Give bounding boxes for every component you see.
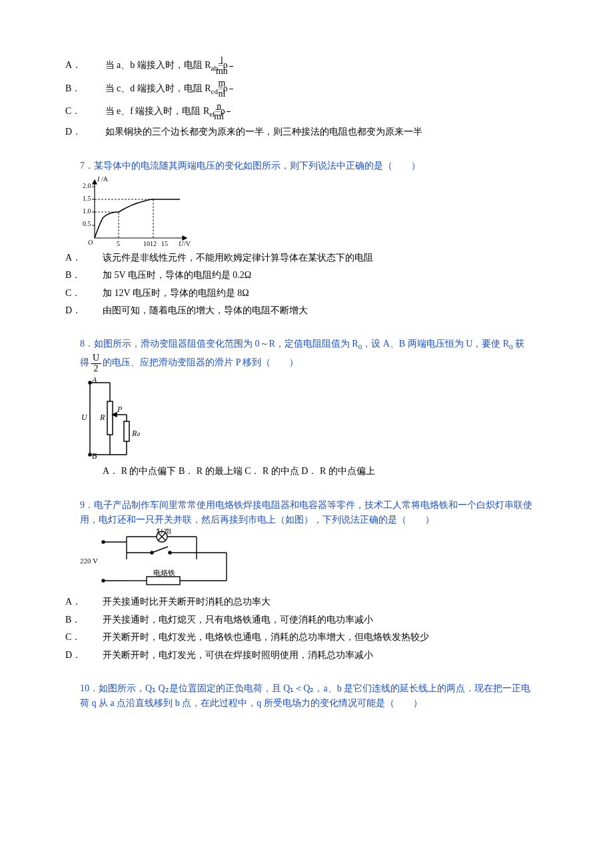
svg-text:U: U [81, 413, 88, 422]
svg-text:0.5: 0.5 [83, 220, 91, 227]
q8-stem: 8．如图所示，滑动变阻器阻值变化范围为 0～R，定值电阻阻值为 R0，设 A、B… [80, 337, 533, 373]
option-text: 该元件是非线性元件，不能用欧姆定律计算导体在某状态下的电阻 [103, 253, 373, 263]
q10-stem: 10．如图所示，Q₁ Q₂是位置固定的正负电荷，且 Q₁＜Q₂，a、b 是它们连… [80, 681, 533, 711]
svg-rect-35 [124, 421, 129, 441]
svg-text:/A: /A [101, 175, 109, 183]
option-text: 当 c、d 端接入时，电阻 Rcd=ρmnl [105, 83, 235, 93]
option-letter: C． [84, 286, 103, 301]
q7-stem: 7．某导体中的电流随其两端电压的变化如图所示，则下列说法中正确的是（ ） [80, 159, 533, 173]
option-letter: D． [84, 648, 103, 663]
q8-circuit-diagram: A B U R P R₀ [80, 375, 533, 461]
svg-text:I: I [97, 175, 100, 183]
q9-circuit-diagram: 灯泡 电烙铁 220 V [80, 529, 533, 592]
svg-text:220 V: 220 V [80, 557, 98, 565]
q8-option-D: D． R 的中点偏上 [301, 466, 374, 476]
svg-text:R₀: R₀ [131, 429, 141, 438]
svg-text:R: R [99, 413, 105, 422]
option-text: 开关断开时，电灯发光，可供在焊接时照明使用，消耗总功率减小 [103, 650, 373, 660]
svg-text:1012: 1012 [143, 240, 157, 247]
option-text: 开关接通时比开关断开时消耗的总功率大 [103, 597, 271, 607]
svg-rect-63 [147, 577, 180, 585]
option-letter: C． [84, 630, 103, 645]
svg-text:5: 5 [117, 240, 120, 247]
option-letter: A． [84, 58, 103, 73]
option-text: 如果铜块的三个边长都变为原来的一半，则三种接法的电阻也都变为原来一半 [105, 127, 422, 137]
q9-option-B: B．开关接通时，电灯熄灭，只有电烙铁通电，可使消耗的电功率减小 [80, 613, 533, 627]
svg-text:U: U [179, 240, 184, 247]
q9-stem: 9．电子产品制作车间里常常使用电烙铁焊接电阻器和电容器等零件，技术工人常将电烙铁… [80, 498, 533, 528]
svg-marker-3 [93, 180, 97, 184]
option-text: 由图可知，随着电压的增大，导体的电阻不断增大 [103, 305, 308, 315]
svg-text:P: P [117, 405, 123, 414]
svg-text:B: B [92, 451, 97, 461]
option-letter: D． [84, 303, 103, 318]
option-letter: B． [84, 268, 103, 283]
q8-options: A． R 的中点偏下 B． R 的最上端 C． R 的中点 D． R 的中点偏上 [80, 464, 533, 479]
q8-option-A: A． R 的中点偏下 [103, 466, 176, 476]
q9-option-A: A．开关接通时比开关断开时消耗的总功率大 [80, 595, 533, 609]
q8-option-C: C． R 的中点 [245, 466, 299, 476]
option-letter: B． [84, 81, 103, 96]
svg-text:1.5: 1.5 [83, 195, 91, 202]
option-letter: A． [84, 251, 103, 265]
svg-text:O: O [88, 239, 93, 246]
q9-option-C: C．开关断开时，电灯发光，电烙铁也通电，消耗的总功率增大，但电烙铁发热较少 [80, 630, 533, 645]
option-letter: C． [84, 104, 103, 119]
svg-text:灯泡: 灯泡 [157, 529, 171, 534]
svg-point-45 [102, 541, 105, 543]
option-text: 当 e、f 端接入时，电阻 Ref=ρnml [105, 106, 232, 116]
svg-text:A: A [91, 375, 97, 385]
q6-option-D: D． 如果铜块的三个边长都变为原来的一半，则三种接法的电阻也都变为原来一半 [80, 125, 533, 139]
q6-option-A: A． 当 a、b 端接入时，电阻 Rab=ρlmn [80, 56, 533, 76]
svg-line-56 [152, 547, 168, 553]
svg-point-47 [102, 579, 105, 582]
option-text: 加 12V 电压时，导体的电阻约是 8Ω [103, 288, 249, 298]
option-text: 加 5V 电压时，导体的电阻约是 0.2Ω [103, 270, 251, 280]
svg-text:/V: /V [184, 240, 191, 247]
q8-option-B: B． R 的最上端 [179, 466, 243, 476]
q7-option-C: C．加 12V 电压时，导体的电阻约是 8Ω [80, 286, 533, 301]
option-text: 当 a、b 端接入时，电阻 Rab=ρlmn [105, 60, 235, 70]
option-text: 开关接通时，电灯熄灭，只有电烙铁通电，可使消耗的电功率减小 [103, 615, 373, 625]
q7-option-A: A．该元件是非线性元件，不能用欧姆定律计算导体在某状态下的电阻 [80, 251, 533, 265]
q7-option-B: B．加 5V 电压时，导体的电阻约是 0.2Ω [80, 268, 533, 283]
q9-option-D: D．开关断开时，电灯发光，可供在焊接时照明使用，消耗总功率减小 [80, 648, 533, 663]
svg-marker-33 [113, 413, 117, 417]
q6-option-C: C． 当 e、f 端接入时，电阻 Ref=ρnml [80, 102, 533, 122]
option-letter: B． [84, 613, 103, 627]
option-letter: A． [84, 595, 103, 609]
q6-option-B: B． 当 c、d 端接入时，电阻 Rcd=ρmnl [80, 79, 533, 99]
svg-text:电烙铁: 电烙铁 [153, 569, 175, 577]
svg-text:15: 15 [161, 240, 168, 247]
option-text: 开关断开时，电灯发光，电烙铁也通电，消耗的总功率增大，但电烙铁发热较少 [103, 632, 429, 642]
q7-option-D: D．由图可知，随着电压的增大，导体的电阻不断增大 [80, 303, 533, 318]
q7-iv-chart: I/A U/V 2.0 1.5 1.0 0.5 O 5 1012 15 [80, 175, 533, 248]
option-letter: D． [84, 125, 103, 139]
svg-rect-29 [107, 401, 113, 435]
svg-text:2.0: 2.0 [83, 182, 91, 189]
svg-text:1.0: 1.0 [83, 207, 91, 215]
